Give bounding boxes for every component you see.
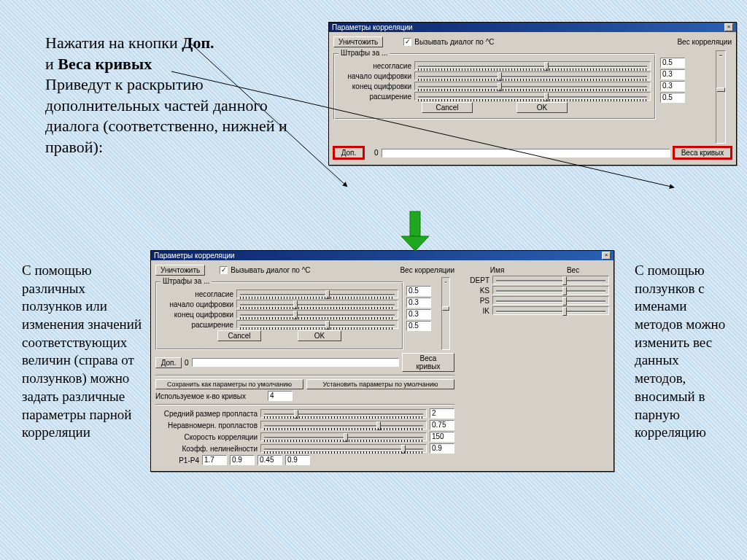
slider-method-KS[interactable]	[492, 286, 609, 295]
titlebar[interactable]: Параметры корреляции ×	[329, 23, 736, 32]
cancel-button[interactable]: Cancel	[217, 330, 261, 341]
dialog-expanded: Параметры корреляции × Уничтожить ✓ Вызы…	[150, 250, 614, 472]
slider-method-IK[interactable]	[492, 306, 609, 315]
weight-value[interactable]: 0.3	[406, 309, 431, 319]
weight-value[interactable]: 0.5	[660, 58, 685, 68]
penalty-label: расширение	[160, 321, 233, 329]
penalties-legend: Штрафы за ...	[338, 49, 390, 57]
num-avg-layer[interactable]: 2	[430, 408, 454, 419]
weight-label: Вес корреляции	[400, 266, 454, 274]
method-name: KS	[460, 287, 489, 295]
intro-text: Нажатия на кнопки Доп. и Веса кривых При…	[45, 33, 315, 158]
col-weight: Вес	[567, 266, 579, 274]
param-label: Коэфф. нелинейности	[155, 445, 258, 453]
slider-disagree[interactable]	[414, 61, 651, 70]
right-note: С помощью ползунков с именами методов мо…	[635, 262, 729, 442]
dop-value: 0	[374, 149, 379, 157]
param-label: Средний размер пропласта	[155, 410, 258, 418]
num-speed[interactable]: 150	[430, 432, 454, 442]
penalty-label: начало оцифровки	[160, 300, 233, 308]
penalty-label: конец оцифровки	[338, 82, 411, 90]
save-defaults-button[interactable]: Сохранить как параметры по умолчанию	[155, 379, 303, 389]
slider-method-PS[interactable]	[492, 296, 609, 305]
call-dialog-checkbox[interactable]: ✓	[220, 266, 228, 274]
call-dialog-checkbox[interactable]: ✓	[403, 38, 411, 46]
cancel-button[interactable]: Cancel	[422, 102, 473, 113]
dialog-collapsed: Параметры корреляции × Уничтожить ✓ Вызы…	[328, 22, 737, 166]
slider-disagree[interactable]	[236, 289, 398, 298]
call-dialog-label: Вызывать диалог по ^C	[414, 38, 494, 46]
slider-speed[interactable]	[260, 432, 427, 441]
slider-end[interactable]	[236, 310, 398, 319]
penalty-label: несогласие	[160, 290, 233, 298]
p2[interactable]: 0.9	[230, 455, 255, 465]
dop-button[interactable]: Доп.	[333, 147, 364, 159]
num-nonlin[interactable]: 0.9	[430, 443, 454, 454]
slider-nonlin[interactable]	[260, 444, 427, 453]
left-note: С помощью различных ползунков или измене…	[22, 262, 142, 442]
method-name: DEPT	[460, 276, 489, 284]
param-label: Неравномерн. пропластов	[155, 421, 258, 429]
call-dialog-label: Вызывать диалог по ^C	[231, 266, 310, 274]
titlebar[interactable]: Параметры корреляции ×	[151, 251, 614, 260]
p1[interactable]: 1.7	[202, 455, 227, 465]
slider-uneven[interactable]	[260, 421, 427, 429]
penalty-label: начало оцифровки	[338, 72, 411, 80]
p3[interactable]: 0.45	[258, 455, 282, 465]
slider-avg-layer[interactable]	[260, 409, 427, 418]
window-title: Параметры корреляции	[332, 23, 413, 31]
vert-slider-weight[interactable]	[441, 277, 450, 350]
weight-value[interactable]: 0.5	[406, 321, 431, 331]
slider-end[interactable]	[414, 82, 651, 90]
slider-expand[interactable]	[414, 92, 651, 101]
weight-value[interactable]: 0.3	[660, 81, 685, 91]
p1p4-label: P1-P4	[155, 456, 199, 464]
num-uneven[interactable]: 0.75	[430, 420, 454, 430]
load-defaults-button[interactable]: Установить параметры по умолчанию	[306, 379, 454, 389]
penalty-label: конец оцифровки	[160, 311, 233, 319]
curves-weight-button[interactable]: Веса кривых	[673, 147, 732, 159]
used-curves-value[interactable]: 4	[268, 391, 293, 401]
curves-weight-button[interactable]: Веса кривых	[402, 353, 454, 372]
weight-value[interactable]: 0.5	[660, 93, 685, 103]
close-icon[interactable]: ×	[724, 23, 733, 31]
window-title: Параметры корреляции	[154, 252, 235, 260]
destroy-button[interactable]: Уничтожить	[155, 265, 205, 276]
weight-label: Вес корреляции	[677, 38, 732, 46]
svg-marker-3	[401, 236, 429, 251]
weight-value[interactable]: 0.5	[406, 286, 431, 296]
ok-button[interactable]: OK	[516, 102, 568, 113]
svg-rect-2	[410, 211, 420, 236]
slider-start[interactable]	[414, 71, 651, 80]
penalty-label: несогласие	[338, 62, 411, 70]
vert-slider-weight[interactable]	[716, 50, 726, 144]
p4[interactable]: 0.9	[285, 455, 310, 465]
dop-value: 0	[185, 359, 189, 367]
dop-button[interactable]: Доп.	[155, 357, 182, 368]
penalty-label: расширение	[338, 93, 411, 101]
destroy-button[interactable]: Уничтожить	[333, 36, 383, 47]
weight-value[interactable]: 0.3	[406, 298, 431, 308]
slider-start[interactable]	[236, 300, 398, 308]
penalties-legend: Штрафы за ...	[160, 277, 212, 285]
used-curves-label: Используемое к-во кривых	[155, 392, 265, 400]
close-icon[interactable]: ×	[602, 252, 611, 260]
progress-bar	[192, 358, 399, 367]
method-name: IK	[460, 307, 489, 315]
col-name: Имя	[490, 266, 504, 274]
slider-method-DEPT[interactable]	[492, 276, 609, 284]
progress-bar	[382, 149, 670, 158]
weight-value[interactable]: 0.3	[660, 69, 685, 79]
ok-button[interactable]: OK	[298, 330, 341, 341]
method-name: PS	[460, 297, 489, 305]
slider-expand[interactable]	[236, 320, 398, 329]
param-label: Скорость корреляции	[155, 433, 258, 441]
